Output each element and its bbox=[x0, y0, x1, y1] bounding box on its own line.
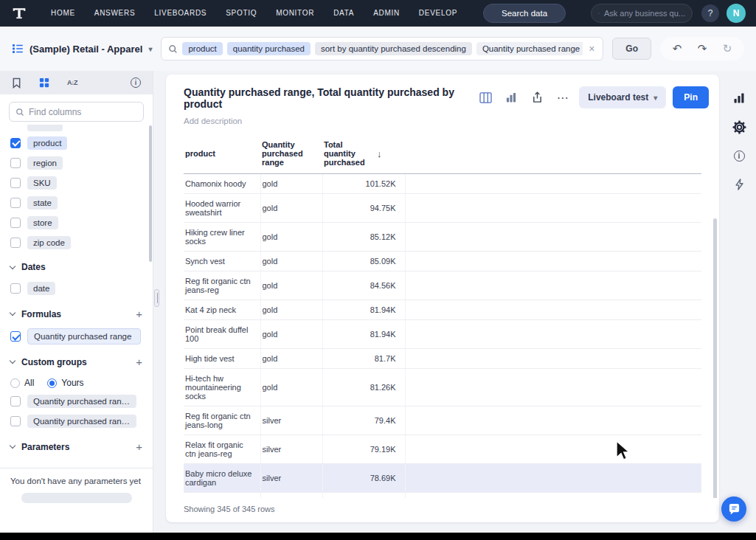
undo-icon[interactable]: ↶ bbox=[666, 42, 688, 55]
nav-item[interactable]: Develop bbox=[409, 0, 467, 27]
search-token[interactable]: quantity purchased bbox=[227, 42, 311, 55]
info-icon[interactable]: i bbox=[131, 77, 141, 88]
columns-grid-icon[interactable] bbox=[39, 77, 49, 88]
checkbox[interactable] bbox=[10, 396, 21, 406]
checkbox[interactable] bbox=[10, 198, 21, 208]
radio-all[interactable]: All bbox=[10, 378, 34, 388]
column-item[interactable]: region bbox=[10, 153, 153, 173]
dates-section-header[interactable]: Dates bbox=[0, 252, 153, 278]
sidebar-scrollbar[interactable] bbox=[149, 125, 152, 262]
column-item[interactable]: state bbox=[10, 193, 153, 212]
sort-desc-icon[interactable]: ↓ bbox=[377, 148, 382, 159]
column-item[interactable]: product bbox=[10, 133, 153, 153]
table-row[interactable]: Baby micro deluxe cardigan silver 78.69K bbox=[184, 464, 701, 493]
gear-icon[interactable] bbox=[731, 119, 747, 135]
table-scrollbar[interactable] bbox=[713, 218, 717, 498]
table-row[interactable]: Relax fit organic ctn jeans-reg silver 7… bbox=[184, 435, 701, 464]
checkbox[interactable] bbox=[10, 138, 21, 148]
col-header-product[interactable]: product bbox=[184, 136, 260, 174]
find-columns-input[interactable] bbox=[29, 107, 137, 117]
cell-product: Baby micro deluxe cardigan bbox=[184, 464, 260, 493]
nav-item[interactable]: Admin bbox=[364, 0, 409, 27]
custom-group-item[interactable]: Quantity purchased rang... bbox=[10, 391, 153, 411]
search-token[interactable]: product bbox=[182, 42, 222, 55]
checkbox[interactable] bbox=[10, 331, 21, 342]
formulas-section-header[interactable]: Formulas + bbox=[0, 298, 153, 326]
table-row[interactable]: Hooded warrior sweatshirt gold 94.75K bbox=[184, 194, 701, 223]
cell-range: gold bbox=[260, 369, 322, 406]
table-row[interactable]: Point break duffel 100 gold 81.94K bbox=[184, 320, 701, 349]
az-sort-icon[interactable]: A↓Z bbox=[67, 79, 77, 86]
table-view-icon[interactable] bbox=[476, 89, 495, 106]
table-row[interactable]: Synch vest gold 85.09K bbox=[184, 252, 701, 271]
table-zone: product Quantity purchased range Total q… bbox=[166, 131, 719, 498]
col-header-total[interactable]: Total quantity purchased ↓ bbox=[322, 136, 405, 174]
nav-item[interactable]: Answers bbox=[85, 0, 145, 27]
pin-button[interactable]: Pin bbox=[673, 86, 709, 108]
chevron-down-icon bbox=[10, 310, 15, 316]
column-item[interactable]: SKU bbox=[10, 173, 153, 193]
add-custom-group-button[interactable]: + bbox=[136, 356, 142, 368]
formula-item[interactable]: Quantity purchased range bbox=[10, 328, 153, 345]
checkbox[interactable] bbox=[10, 178, 21, 188]
more-menu-icon[interactable]: ⋯ bbox=[553, 89, 572, 106]
go-button[interactable]: Go bbox=[612, 38, 651, 60]
bookmark-icon[interactable] bbox=[12, 77, 21, 89]
right-rail: i bbox=[722, 71, 756, 533]
user-avatar[interactable]: N bbox=[726, 4, 746, 23]
cell-range: gold bbox=[260, 252, 322, 271]
table-row[interactable]: Mozambique bra (a/b) silver 77.58K bbox=[184, 493, 701, 499]
add-parameter-button[interactable]: + bbox=[136, 440, 142, 453]
add-description-link[interactable]: Add description bbox=[184, 117, 476, 125]
column-item-date[interactable]: date bbox=[10, 278, 153, 298]
search-data-button[interactable]: Search data bbox=[483, 4, 566, 23]
table-row[interactable]: Kat 4 zip neck gold 81.94K bbox=[184, 300, 701, 320]
ask-question-input[interactable]: Ask any business qu... bbox=[591, 4, 693, 23]
spotiq-lightning-icon[interactable] bbox=[731, 176, 747, 193]
chart-view-icon[interactable] bbox=[502, 89, 521, 106]
col-header-range[interactable]: Quantity purchased range bbox=[260, 136, 322, 174]
custom-group-item[interactable]: Quantity purchased rang... bbox=[10, 411, 153, 431]
table-row[interactable]: Hiking crew liner socks gold 85.12K bbox=[184, 223, 701, 252]
nav-item[interactable]: Data bbox=[324, 0, 364, 27]
support-chat-button[interactable] bbox=[721, 496, 746, 522]
nav-item[interactable]: SpotIQ bbox=[216, 0, 266, 27]
share-icon[interactable] bbox=[527, 89, 547, 106]
column-item[interactable]: zip code bbox=[10, 232, 153, 252]
checkbox[interactable] bbox=[10, 218, 21, 228]
parameters-section-header[interactable]: Parameters + bbox=[0, 431, 153, 459]
add-formula-button[interactable]: + bbox=[136, 308, 142, 320]
checkbox[interactable] bbox=[10, 283, 21, 294]
radio-yours[interactable]: Yours bbox=[47, 378, 83, 388]
table-row[interactable]: High tide vest gold 81.7K bbox=[184, 349, 701, 369]
checkbox[interactable] bbox=[10, 238, 21, 248]
data-source-selector[interactable]: (Sample) Retail - Apparel ▾ bbox=[12, 43, 152, 55]
table-row[interactable]: Hi-tech hw mountaineering socks gold 81.… bbox=[184, 369, 701, 406]
formula-chip: Quantity purchased range bbox=[27, 328, 141, 345]
custom-groups-section-header[interactable]: Custom groups + bbox=[0, 346, 153, 374]
refresh-icon[interactable]: ↻ bbox=[716, 42, 738, 55]
checkbox[interactable] bbox=[10, 416, 21, 426]
table-row[interactable]: Chamonix hoody gold 101.52K bbox=[184, 174, 701, 194]
nav-item[interactable]: Liveboards bbox=[145, 0, 216, 27]
nav-item[interactable]: Monitor bbox=[266, 0, 324, 27]
redo-icon[interactable]: ↷ bbox=[691, 42, 713, 55]
search-query-input[interactable]: productquantity purchasedsort by quantit… bbox=[161, 37, 603, 60]
nav-item[interactable]: Home bbox=[41, 0, 85, 27]
column-item[interactable]: store bbox=[10, 212, 153, 232]
find-columns-search[interactable] bbox=[9, 102, 144, 122]
details-info-icon[interactable]: i bbox=[731, 148, 747, 164]
table-row[interactable]: Reg fit organic ctn jeans-reg gold 84.56… bbox=[184, 271, 701, 300]
search-token[interactable]: sort by quantity purchased descending bbox=[315, 42, 472, 55]
thoughtspot-logo-icon[interactable] bbox=[10, 4, 28, 22]
checkbox[interactable] bbox=[10, 158, 21, 168]
table-row[interactable]: Reg fit organic ctn jeans-long silver 79… bbox=[184, 406, 701, 435]
search-token[interactable]: Quantity purchased range bbox=[476, 42, 583, 55]
cell-range: gold bbox=[260, 174, 322, 194]
chart-config-icon[interactable] bbox=[731, 90, 747, 106]
liveboard-button[interactable]: Liveboard test ▾ bbox=[579, 86, 666, 108]
clear-search-icon[interactable]: × bbox=[587, 43, 596, 55]
cell-total: 81.7K bbox=[322, 349, 405, 369]
panel-resize-handle[interactable] bbox=[154, 289, 159, 307]
help-button[interactable]: ? bbox=[701, 4, 719, 22]
